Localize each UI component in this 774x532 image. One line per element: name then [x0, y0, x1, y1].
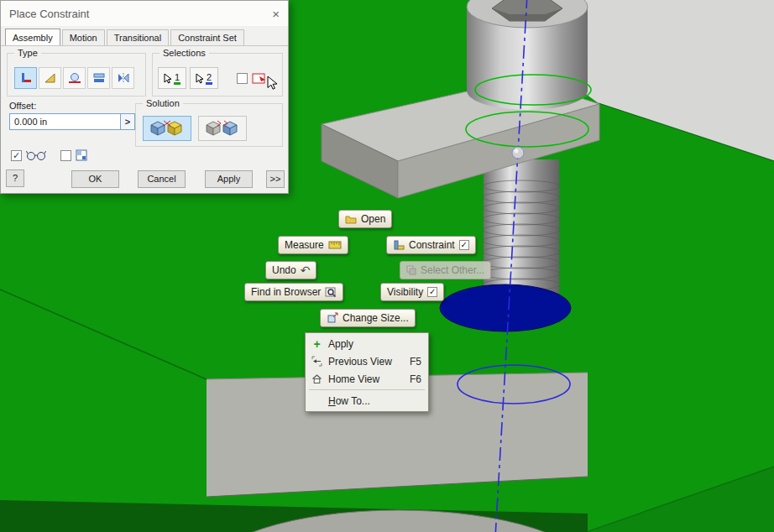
second-selection-button[interactable]: 2	[190, 67, 218, 89]
help-button[interactable]: ?	[6, 170, 24, 187]
first-selection-button[interactable]: 1	[158, 67, 186, 89]
selections-group-label: Selections	[160, 48, 209, 58]
menu-item-apply-label: Apply	[328, 338, 353, 350]
previous-view-shortcut: F5	[410, 356, 421, 368]
menu-item-previous-view[interactable]: Previous View F5	[306, 352, 428, 370]
place-constraint-dialog: Place Constraint × Assembly Motion Trans…	[0, 0, 289, 194]
apply-button[interactable]: Apply	[205, 170, 253, 188]
cursor-icon	[196, 73, 204, 84]
undo-label: Undo	[272, 264, 296, 276]
cancel-button[interactable]: Cancel	[138, 170, 186, 188]
mouse-cursor	[267, 76, 279, 91]
solution-group: Solution	[135, 103, 283, 147]
undo-icon: ↶	[301, 264, 311, 276]
previous-view-icon	[311, 356, 323, 367]
cursor-icon	[164, 73, 172, 84]
mate-constraint-button[interactable]	[14, 67, 37, 89]
menu-item-home-view[interactable]: Home View F6	[306, 370, 428, 388]
type-group-label: Type	[14, 48, 41, 58]
dialog-title: Place Constraint	[9, 8, 89, 20]
constraint-icon	[393, 239, 405, 251]
offset-flyout-button[interactable]: >	[120, 114, 134, 129]
offset-value: 0.000 in	[10, 117, 120, 127]
find-in-browser-label: Find in Browser	[251, 286, 321, 298]
open-button[interactable]: Open	[338, 210, 392, 228]
undo-button[interactable]: Undo ↶	[265, 261, 316, 279]
glasses-icon	[26, 149, 47, 161]
tab-transitional[interactable]: Transitional	[107, 29, 169, 45]
home-view-icon	[311, 373, 323, 384]
select-part-icon	[252, 71, 267, 86]
select-other-button: Select Other...	[400, 261, 491, 279]
dialog-titlebar[interactable]: Place Constraint ×	[1, 1, 288, 26]
select-other-label: Select Other...	[421, 264, 484, 276]
change-size-button[interactable]: Change Size...	[320, 309, 416, 327]
mate-icon	[19, 71, 33, 85]
show-preview-checkbox[interactable]: ✓	[11, 150, 22, 161]
menu-item-apply[interactable]: + Apply	[306, 335, 428, 352]
solution-opposed-icon	[149, 118, 185, 138]
visibility-label: Visibility	[387, 286, 423, 298]
measure-label: Measure	[285, 239, 324, 251]
more-options-button[interactable]: >>	[266, 170, 285, 188]
tangent-constraint-button[interactable]	[63, 67, 86, 89]
close-icon[interactable]: ×	[272, 8, 280, 20]
tangent-icon	[68, 71, 81, 85]
change-size-label: Change Size...	[343, 312, 409, 324]
pick-part-first-checkbox[interactable]	[237, 73, 248, 84]
open-icon	[345, 214, 357, 224]
find-in-browser-button[interactable]: Find in Browser	[244, 283, 343, 301]
visibility-button[interactable]: Visibility ✓	[380, 283, 444, 301]
dialog-tabs: Assembly Motion Transitional Constraint …	[5, 29, 246, 45]
first-selection-number: 1	[174, 72, 180, 85]
insert-constraint-button[interactable]	[87, 67, 110, 89]
offset-input[interactable]: 0.000 in >	[9, 113, 135, 130]
tab-constraint-set[interactable]: Constraint Set	[170, 29, 244, 45]
predict-offset-icon	[76, 149, 88, 161]
type-group: Type	[7, 53, 146, 96]
find-in-browser-icon	[325, 286, 337, 298]
solution-aligned-button[interactable]	[198, 116, 247, 141]
tab-assembly[interactable]: Assembly	[5, 29, 60, 45]
selections-group: Selections 1 2	[152, 53, 283, 96]
plus-icon: +	[311, 338, 323, 350]
solution-opposed-button[interactable]	[143, 116, 191, 141]
constraint-checkbox[interactable]: ✓	[459, 240, 469, 250]
angle-constraint-button[interactable]	[39, 67, 61, 89]
symmetry-icon	[117, 71, 130, 85]
predict-offset-checkbox[interactable]	[60, 150, 71, 161]
offset-label: Offset:	[9, 101, 36, 111]
menu-item-how-to[interactable]: How To...	[306, 392, 428, 409]
preview-options-row: ✓	[11, 149, 88, 161]
change-size-icon	[327, 312, 338, 324]
menu-item-how-to-label: How To...	[328, 395, 370, 407]
visibility-checkbox[interactable]: ✓	[427, 287, 437, 297]
constraint-button[interactable]: Constraint ✓	[386, 236, 476, 254]
ok-button[interactable]: OK	[71, 170, 119, 188]
symmetry-constraint-button[interactable]	[112, 67, 134, 89]
axis-point-marker	[512, 147, 524, 159]
solution-group-label: Solution	[143, 98, 183, 108]
menu-item-home-view-label: Home View	[328, 373, 379, 385]
second-selection-number: 2	[206, 72, 212, 85]
angle-icon	[44, 71, 57, 85]
select-other-icon	[406, 265, 416, 275]
insert-icon	[92, 71, 106, 85]
menu-item-previous-view-label: Previous View	[328, 356, 392, 368]
ruler-icon	[328, 241, 342, 249]
selected-hole-face[interactable]	[440, 284, 571, 331]
tab-motion[interactable]: Motion	[62, 29, 105, 45]
home-view-shortcut: F6	[410, 373, 421, 385]
view-context-menu: + Apply Previous View F5 Home	[305, 332, 429, 412]
application-window: Place Constraint × Assembly Motion Trans…	[0, 0, 774, 532]
open-label: Open	[361, 213, 385, 225]
screw-head[interactable]	[467, 0, 588, 110]
constraint-label: Constraint	[409, 239, 455, 251]
measure-button[interactable]: Measure	[278, 236, 348, 254]
solution-aligned-icon	[205, 118, 240, 138]
menu-separator	[309, 389, 425, 390]
